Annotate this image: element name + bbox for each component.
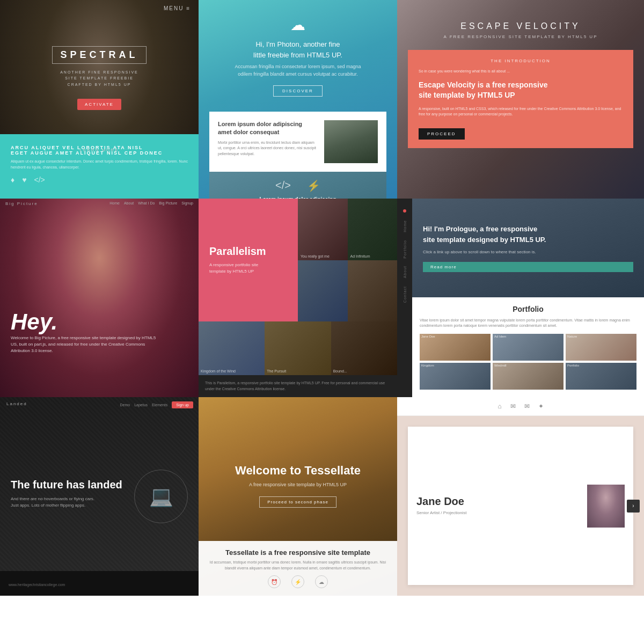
prologue-sidebar-home[interactable]: Home — [403, 220, 407, 232]
miniport-photo-inner — [587, 485, 625, 528]
landed-laptop-graphic: 💻 — [134, 470, 188, 523]
prologue-sidebar-contact[interactable]: Contact — [403, 286, 407, 303]
parallelism-img4[interactable] — [348, 260, 398, 322]
prologue-hero-desc: Click a link up above to scroll down to … — [423, 249, 633, 255]
landed-cell: Landed Demo Lapetus Elements Sign up The… — [0, 397, 199, 596]
tessellate-cell: Welcome to Tessellate A free responsive … — [199, 397, 397, 596]
parallelism-img2[interactable]: Ad Infinitum — [348, 199, 398, 260]
prologue-sidebar: Home Portfolio About Contact — [397, 199, 412, 397]
photon-code-icon: </> — [275, 179, 291, 192]
prologue-gallery-img1[interactable]: Jane Doe — [420, 334, 491, 361]
parallelism-bottom-img1-label: Kingdom of the Wind — [201, 369, 236, 373]
prologue-gallery: Jane Doe Ad Idem Nature Kingdom Windmill… — [420, 334, 636, 390]
landed-nav-logo: Landed — [6, 401, 27, 406]
prologue-portfolio-section: Portfolio Vitae lorem ipsum dolor sit am… — [412, 297, 644, 397]
photon-section-heading: Lorem ipsum dolor adipiscingamet dolor c… — [218, 120, 318, 137]
parallelism-bottom-img2-label: The Pursuit — [267, 369, 286, 373]
parallelism-bottom-img3[interactable]: Bound... — [331, 321, 397, 375]
spectral-section-text: Aliquam ut ex augue consectetur interdum… — [11, 159, 188, 170]
spectral-subtitle: ANOTHER FINE RESPONSIVESITE TEMPLATE FRE… — [52, 69, 146, 87]
miniport-card: Jane Doe Senior Artist / Projectionist › — [408, 427, 633, 585]
prologue-gallery-label4: Kingdom — [420, 363, 491, 368]
tessellate-subtitle: A free responsive site template by HTML5… — [235, 482, 361, 487]
prologue-gallery-img2[interactable]: Ad Idem — [493, 334, 564, 361]
prologue-gallery-img5[interactable]: Windmill — [493, 363, 564, 390]
parallelism-img1[interactable]: You really got me — [298, 199, 348, 260]
prologue-sidebar-about[interactable]: About — [403, 266, 407, 278]
spectral-title: SPECTRAL — [52, 46, 146, 64]
miniport-role: Senior Artist / Projectionist — [416, 510, 580, 516]
escape-intro-panel: THE INTRODUCTION So in case you were won… — [408, 50, 633, 148]
prologue-gallery-label6: Portfolio — [566, 363, 636, 368]
spectral-icon-code: </> — [34, 175, 45, 184]
escape-panel-label: THE INTRODUCTION — [419, 58, 623, 63]
bigpicture-face-image — [0, 199, 199, 397]
miniport-email-icon[interactable]: ✉ — [524, 402, 530, 410]
miniport-home-icon[interactable]: ⌂ — [497, 402, 501, 410]
escape-cell: ESCAPE VELOCITY A FREE RESPONSIVE SITE T… — [397, 0, 644, 199]
bigpicture-nav-signup[interactable]: Signup — [181, 201, 193, 205]
bigpicture-nav-items: Home About What I Do Big Picture Signup — [109, 201, 193, 205]
bigpicture-nav-about[interactable]: About — [124, 201, 134, 205]
miniport-hero: Jane Doe Senior Artist / Projectionist › — [397, 416, 644, 596]
spectral-cell: MENU ≡ SPECTRAL ANOTHER FINE RESPONSIVES… — [0, 0, 199, 199]
landed-nav-elements[interactable]: Elements — [152, 403, 167, 407]
prologue-gallery-label5: Windmill — [493, 363, 564, 368]
tessellate-cta-button[interactable]: Proceed to second phase — [259, 496, 336, 508]
parallelism-title: Parallelism — [209, 245, 287, 258]
prologue-portfolio-desc: Vitae lorem ipsum dolor sit amet tempor … — [420, 318, 636, 328]
parallelism-bottom-img1[interactable]: Kingdom of the Wind — [199, 321, 265, 375]
photon-section2-icons: </> ⚡ — [217, 179, 379, 192]
bigpicture-nav-home[interactable]: Home — [109, 201, 120, 205]
tessellate-icons-row: ⏰ ⚡ ☁ — [206, 575, 390, 588]
bigpicture-content: Hey. Welcome to Big Picture, a free resp… — [11, 309, 161, 354]
escape-subtitle: A FREE RESPONSIVE SITE TEMPLATE BY HTML5… — [444, 34, 598, 39]
miniport-mail-icon[interactable]: ✉ — [510, 402, 516, 410]
parallelism-img2-label: Ad Infinitum — [348, 199, 398, 260]
prologue-hero-title: Hi! I'm Prologue, a free responsivesite … — [423, 224, 633, 245]
spectral-activate-button[interactable]: ACTIVATE — [77, 99, 121, 110]
spectral-content: SPECTRAL ANOTHER FINE RESPONSIVESITE TEM… — [52, 46, 146, 152]
parallelism-img3[interactable] — [298, 260, 348, 322]
landed-url: www.heritagechristiancollege.com — [9, 583, 65, 587]
parallelism-footer-text: This is Parallelism, a responsive portfo… — [205, 380, 391, 392]
prologue-hero: Hi! I'm Prologue, a free responsivesite … — [412, 199, 644, 297]
prologue-gallery-img6[interactable]: Portfolio — [566, 363, 636, 390]
escape-title: ESCAPE VELOCITY — [460, 21, 581, 31]
prologue-sidebar-portfolio[interactable]: Portfolio — [403, 240, 407, 259]
bigpicture-nav-big[interactable]: Big Picture — [159, 201, 177, 205]
parallelism-bottom-img2[interactable]: The Pursuit — [265, 321, 331, 375]
spectral-icon-diamond: ♦ — [11, 175, 14, 184]
spectral-learn-more[interactable]: LEARN MORE — [52, 148, 146, 152]
parallelism-intro: Parallelism A responsive portfolio sitet… — [199, 199, 298, 321]
miniport-twitter-icon[interactable]: ✦ — [538, 402, 544, 410]
bigpicture-desc: Welcome to Big Picture, a free responsiv… — [11, 335, 161, 354]
photon-cloud-icon: ☁ — [290, 16, 305, 34]
parallelism-img1-label: You really got me — [298, 199, 348, 260]
prologue-gallery-img3[interactable]: Nature — [566, 334, 636, 361]
bigpicture-nav-what[interactable]: What I Do — [138, 201, 155, 205]
laptop-circle: 💻 — [134, 470, 188, 523]
photon-discover-button[interactable]: DISCOVER — [273, 85, 323, 97]
parallelism-footer: This is Parallelism, a responsive portfo… — [199, 375, 397, 397]
landed-desc: And there are no hoverboards or flying c… — [11, 496, 107, 509]
tessellate-bottom-section: Tessellate is a free responsive site tem… — [199, 541, 397, 596]
escape-intro-text: So in case you were wondering what this … — [419, 69, 623, 75]
landed-nav-demo[interactable]: Demo — [120, 403, 130, 407]
miniport-next-button[interactable]: › — [627, 500, 640, 513]
landed-nav-lapetus[interactable]: Lapetus — [134, 403, 148, 407]
photon-text-block: Lorem ipsum dolor adipiscingamet dolor c… — [218, 120, 318, 157]
photon-lightning-icon: ⚡ — [307, 179, 320, 192]
photon-cell: ☁ Hi, I'm Photon, another finelittle fre… — [199, 0, 397, 199]
spectral-menu-label[interactable]: MENU ≡ — [164, 5, 191, 11]
escape-proceed-button[interactable]: PROCEED — [419, 128, 465, 140]
laptop-icon: 💻 — [149, 485, 173, 508]
tessellate-icon-lightning: ⚡ — [291, 575, 304, 588]
landed-signup-button[interactable]: Sign up — [172, 401, 193, 408]
landed-heading: The future has landed — [11, 478, 122, 492]
spectral-icon-heart: ♥ — [22, 175, 26, 184]
photon-title: Hi, I'm Photon, another finelittle freeb… — [253, 39, 342, 60]
prologue-gallery-img4[interactable]: Kingdom — [420, 363, 491, 390]
tessellate-section-heading: Tessellate is a free responsive site tem… — [206, 548, 390, 557]
prologue-readmore-button[interactable]: Read more — [423, 262, 633, 272]
